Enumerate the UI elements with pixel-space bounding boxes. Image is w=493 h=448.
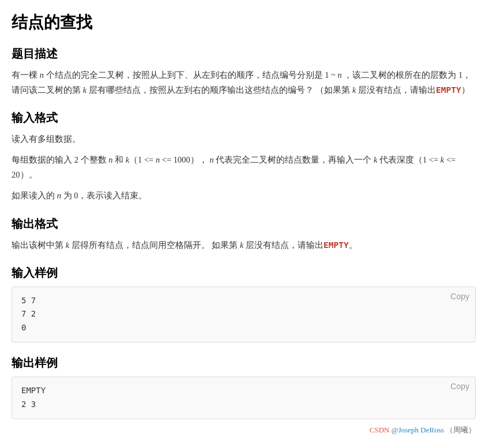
section-heading-input-example: 输入样例	[12, 265, 476, 281]
output-example-block: Copy EMPTY 2 3	[12, 377, 476, 419]
section-heading-problem-desc: 题目描述	[12, 46, 476, 62]
copy-input-button[interactable]: Copy	[450, 292, 469, 301]
input-format-p3: 如果读入的 n 为 0，表示读入结束。	[12, 188, 476, 203]
output-example-code: EMPTY 2 3	[21, 384, 466, 412]
var-k4: k	[374, 155, 377, 164]
var-n5: n	[209, 155, 213, 164]
var-k7: k	[240, 240, 243, 250]
output-format-text: 输出该树中第 k 层得所有结点，结点间用空格隔开。 如果第 k 层没有结点，请输…	[12, 238, 476, 253]
keyword-empty-output: EMPTY	[323, 240, 349, 250]
footer-platform: CSDN	[370, 426, 390, 434]
input-example-block: Copy 5 7 7 2 0	[12, 287, 476, 342]
section-heading-input-format: 输入格式	[12, 110, 476, 126]
footer-author: @Joseph DeRoss	[392, 426, 444, 434]
keyword-empty-desc: EMPTY	[436, 85, 461, 95]
var-n6: n	[57, 191, 61, 200]
copy-output-button[interactable]: Copy	[450, 382, 469, 391]
var-k3: k	[126, 155, 129, 164]
footer: CSDN @Joseph DeRoss （周曦）	[12, 425, 476, 435]
section-heading-output-format: 输出格式	[12, 216, 476, 232]
var-k6: k	[66, 240, 69, 250]
problem-desc-text: 有一棵 n 个结点的完全二叉树，按照从上到下、从左到右的顺序，结点编号分别是 1…	[12, 67, 476, 97]
input-example-code: 5 7 7 2 0	[21, 294, 466, 335]
var-n2: n	[337, 70, 341, 80]
input-format-p1: 读入有多组数据。	[12, 131, 476, 146]
var-n3: n	[108, 155, 112, 164]
var-k2: k	[352, 85, 356, 95]
var-n: n	[40, 70, 44, 80]
var-k5: k	[441, 155, 444, 164]
page-title: 结点的查找	[12, 12, 476, 33]
var-k: k	[83, 85, 86, 95]
input-format-p2: 每组数据的输入 2 个整数 n 和 k（1 <= n <= 1000）， n 代…	[12, 152, 476, 182]
footer-author-cn: （周曦）	[446, 426, 476, 434]
section-heading-output-example: 输出样例	[12, 355, 476, 371]
var-n4: n	[156, 155, 160, 164]
